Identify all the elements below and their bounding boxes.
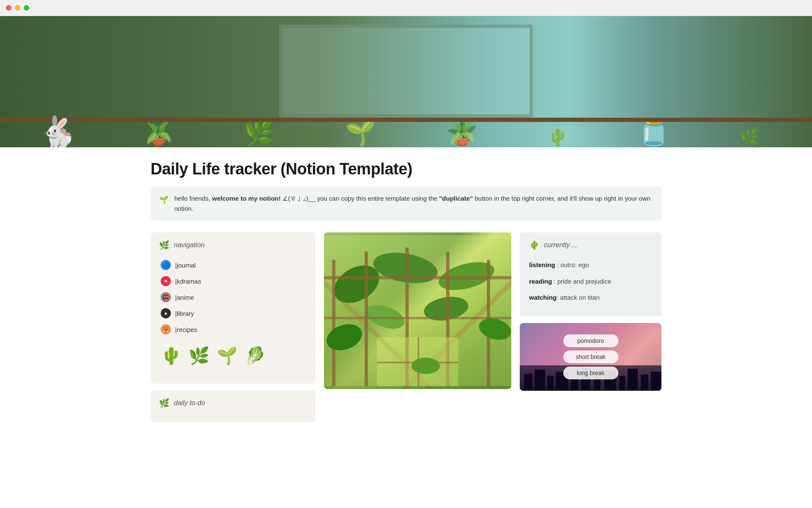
hero-banner: 🌸 🪴 🌿 🌱 🪴 🌵 🫙 🌿 🐇 — [0, 16, 812, 147]
callout-bold-2: "duplicate" — [439, 195, 473, 202]
nav-item-journal[interactable]: 🔵 |journal — [159, 257, 307, 273]
reading-label: reading — [529, 278, 552, 285]
journal-label: |journal — [175, 262, 196, 269]
anime-label: |anime — [175, 294, 194, 301]
reading-value: pride and prejudice — [557, 278, 612, 285]
callout-text-before: hello friends, — [174, 195, 212, 202]
pomodoro-card: pomodoro short break long break — [520, 323, 661, 391]
plant-icon-1: 🌵 — [161, 346, 182, 366]
daily-todo-card: 🌿 daily to-do — [151, 390, 315, 422]
plant-icon-4: 🥬 — [244, 346, 266, 366]
todo-header-title: daily to-do — [174, 399, 205, 407]
plant-shelf — [0, 118, 812, 122]
notion-page: 🌸 🪴 🌿 🌱 🪴 🌵 🫙 🌿 🐇 Daily Life tracker (No… — [0, 16, 812, 508]
bunny-decoration: 🐇 — [38, 117, 76, 147]
page-title: Daily Life tracker (Notion Template) — [151, 160, 661, 178]
minimize-button[interactable] — [15, 5, 20, 11]
long-break-button[interactable]: long break — [563, 367, 618, 379]
svg-rect-20 — [524, 374, 532, 391]
nav-item-kdramas[interactable]: ♥ |kdramas — [159, 273, 307, 289]
close-button[interactable] — [6, 5, 11, 11]
todo-header-icon: 🌿 — [159, 398, 170, 408]
nav-header-icon: 🌿 — [159, 240, 170, 250]
svg-rect-28 — [619, 376, 625, 391]
currently-header: 🌵 currently ... — [529, 240, 652, 250]
nav-item-anime[interactable]: 👺 |anime — [159, 289, 307, 305]
plant-icons-row: 🌵 🌿 🌱 🥬 — [159, 344, 307, 367]
pomodoro-button[interactable]: pomodoro — [563, 334, 618, 347]
right-column: 🌵 currently ... listening : outro: ego r… — [520, 232, 661, 391]
callout-text: hello friends, welcome to my notion! ∠(ꇐ… — [174, 193, 653, 214]
main-columns: 🌿 navigation 🔵 |journal ♥ |kdramas — [151, 232, 661, 422]
currently-item-watching: watching: attack on titan — [529, 290, 652, 306]
nav-item-recipes[interactable]: 🦊 |recipes — [159, 321, 307, 337]
library-icon: ♠ — [161, 308, 171, 318]
svg-rect-22 — [547, 376, 554, 391]
middle-column — [324, 232, 511, 389]
svg-rect-29 — [628, 369, 638, 391]
listening-separator: : — [555, 261, 561, 268]
window-chrome — [0, 0, 812, 16]
currently-header-title: currently ... — [544, 241, 577, 249]
small-plant-2: 🌿 — [739, 127, 760, 147]
nav-item-library[interactable]: ♠ |library — [159, 305, 307, 321]
plant-icon-2: 🌿 — [189, 346, 210, 366]
currently-item-reading: reading : pride and prejudice — [529, 273, 652, 290]
anime-icon: 👺 — [161, 292, 171, 302]
plant-icon-3: 🌱 — [217, 346, 238, 366]
recipes-icon: 🦊 — [161, 324, 171, 334]
currently-card: 🌵 currently ... listening : outro: ego r… — [520, 232, 661, 316]
nav-header-title: navigation — [174, 241, 205, 249]
left-column: 🌿 navigation 🔵 |journal ♥ |kdramas — [151, 232, 315, 422]
svg-rect-12 — [324, 317, 511, 319]
todo-card-header: 🌿 daily to-do — [159, 398, 307, 408]
hero-plants-decoration: 🌸 🪴 🌿 🌱 🪴 🌵 🫙 🌿 — [0, 16, 812, 147]
pomodoro-buttons-group: pomodoro short break long break — [563, 334, 618, 379]
reading-separator: : — [552, 278, 557, 285]
nav-card-header: 🌿 navigation — [159, 240, 307, 250]
svg-rect-21 — [535, 370, 545, 391]
recipes-label: |recipes — [175, 326, 197, 333]
listening-label: listening — [529, 261, 555, 268]
maximize-button[interactable] — [24, 5, 29, 11]
library-label: |library — [175, 310, 194, 317]
svg-point-18 — [411, 358, 440, 374]
journal-icon: 🔵 — [161, 260, 171, 270]
svg-rect-24 — [571, 378, 578, 391]
listening-value: outro: ego — [560, 261, 589, 268]
page-content: Daily Life tracker (Notion Template) 🌱 h… — [110, 147, 702, 448]
watching-value: attack on titan — [560, 294, 599, 301]
greenhouse-svg — [324, 232, 511, 389]
svg-rect-30 — [641, 375, 648, 391]
watching-label: watching — [529, 294, 557, 301]
small-plant-1: 🌵 — [547, 127, 568, 147]
pixel-bunny-icon: 🐇 — [38, 117, 76, 147]
currently-items-list: listening : outro: ego reading : pride a… — [529, 257, 652, 306]
callout-bold-1: welcome to my notion! — [212, 195, 281, 202]
hero-background: 🌸 🪴 🌿 🌱 🪴 🌵 🫙 🌿 — [0, 16, 812, 147]
navigation-list: 🔵 |journal ♥ |kdramas 👺 |anime ♠ — [159, 257, 307, 337]
callout-text-middle: ∠(ꇐ」∠)__ you can copy this entire templa… — [281, 195, 439, 202]
svg-rect-31 — [651, 372, 661, 391]
kdramas-icon: ♥ — [161, 276, 171, 286]
currently-item-listening: listening : outro: ego — [529, 257, 652, 273]
welcome-callout: 🌱 hello friends, welcome to my notion! ∠… — [151, 187, 661, 221]
currently-header-icon: 🌵 — [529, 240, 540, 250]
callout-icon: 🌱 — [159, 194, 168, 206]
short-break-button[interactable]: short break — [563, 351, 618, 363]
kdramas-label: |kdramas — [175, 278, 201, 285]
greenhouse-image — [324, 232, 511, 389]
svg-rect-11 — [324, 276, 511, 279]
navigation-card: 🌿 navigation 🔵 |journal ♥ |kdramas — [151, 232, 315, 384]
